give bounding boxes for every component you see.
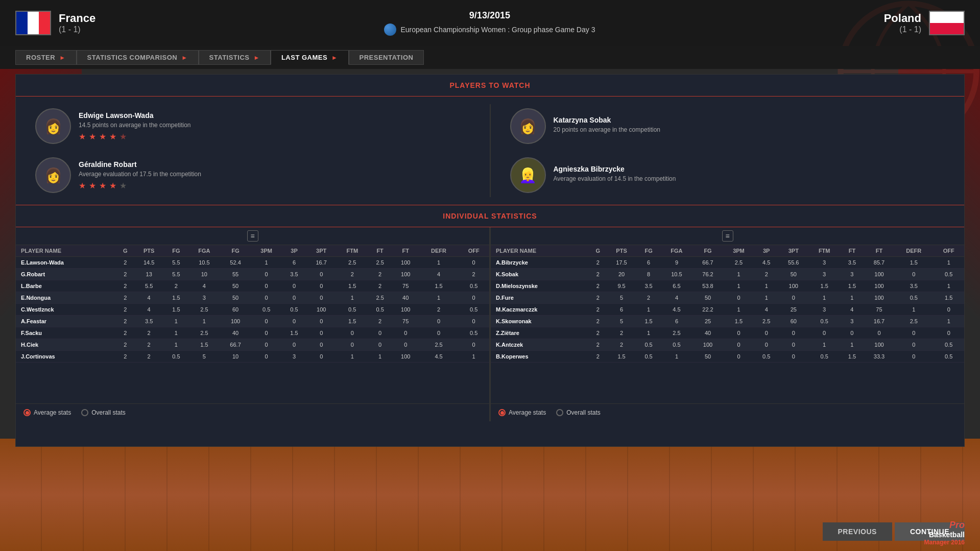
col-ft-right: FT — [840, 245, 864, 257]
globe-icon — [384, 23, 396, 36]
radio-avg-label-left: Average stats — [34, 409, 71, 416]
col-ftp-left: FT — [392, 245, 419, 257]
previous-button[interactable]: PREVIOUS — [823, 522, 892, 541]
radio-overall-label-right: Overall stats — [566, 409, 601, 416]
player-name-lawson: Edwige Lawson-Wada — [79, 111, 470, 119]
player-name-bibrzycke: Agnieszka Bibrzycke — [554, 165, 945, 173]
col-defr-left: DEFR — [419, 245, 459, 257]
table-row: A.Feastar 2 3.5 1 1 100 0 0 0 1.5 2 75 0… — [16, 316, 489, 327]
players-divider — [490, 104, 491, 197]
player-avatar-robart: 👩 — [35, 157, 71, 193]
individual-stats-header: INDIVIDUAL STATISTICS — [16, 205, 964, 227]
col-player-name-left: PLAYER NAME — [16, 245, 117, 257]
col-fga-left: FGA — [188, 245, 220, 257]
sort-icon-right[interactable] — [722, 230, 733, 242]
player-info-lawson: Edwige Lawson-Wada 14.5 points on averag… — [79, 111, 470, 141]
players-watch: 👩 Edwige Lawson-Wada 14.5 points on aver… — [16, 97, 964, 205]
tab-presentation-label: PRESENTATION — [360, 54, 414, 61]
table-row: J.Cortinovas 2 2 0.5 5 10 0 3 0 1 1 100 … — [16, 351, 489, 363]
col-player-name-right: PLAYER NAME — [491, 245, 589, 257]
col-3p-right: 3P — [754, 245, 778, 257]
team-right-name: Poland — [884, 12, 921, 25]
player-card-bibrzycke: 👱‍♀️ Agnieszka Bibrzycke Average evaluat… — [506, 153, 949, 197]
col-off-left: OFF — [458, 245, 489, 257]
table-row: B.Koperwes 2 1.5 0.5 1 50 0 0.5 0 0.5 1.… — [491, 351, 964, 363]
col-3p-left: 3P — [282, 245, 306, 257]
col-ftm-right: FTM — [808, 245, 840, 257]
tab-stats-comparison[interactable]: STATISTICS COMPARISON ► — [77, 50, 199, 65]
players-watch-header: PLAYERS TO WATCH — [16, 75, 964, 97]
player-stat-lawson: 14.5 points on average in the competitio… — [79, 122, 470, 129]
player-stat-sobak: 20 points on average in the competition — [554, 126, 945, 133]
stars-lawson: ★ ★ ★ ★ ★ — [79, 132, 470, 141]
tab-roster-label: ROSTER — [26, 54, 55, 61]
team-left-record: (1 - 1) — [59, 25, 95, 34]
table-row: K.Skowronak 2 5 1.5 6 25 1.5 2.5 60 0.5 … — [491, 316, 964, 327]
table-row: E.Lawson-Wada 2 14.5 5.5 10.5 52.4 1 6 1… — [16, 257, 489, 269]
col-g-right: G — [589, 245, 606, 257]
table-row: K.Antczek 2 2 0.5 0.5 100 0 0 0 1 1 100 … — [491, 339, 964, 351]
team-right-record: (1 - 1) — [884, 25, 921, 34]
radio-avg-label-right: Average stats — [509, 409, 546, 416]
col-3pt-right: 3PT — [778, 245, 808, 257]
sort-icon-left[interactable] — [247, 230, 258, 242]
stars-robart: ★ ★ ★ ★ ★ — [79, 181, 470, 190]
table-row: C.Westlznck 2 4 1.5 2.5 60 0.5 0.5 100 0… — [16, 304, 489, 316]
player-card-robart: 👩 Géraldine Robart Average evaluation of… — [31, 153, 474, 197]
table-row: M.Kaczmarczzk 2 6 1 4.5 22.2 1 4 25 3 4 … — [491, 304, 964, 316]
col-fgp-right: FG — [692, 245, 723, 257]
radio-avg-circle-right — [498, 409, 506, 416]
col-fg-right: FG — [637, 245, 661, 257]
col-pts-left: PTS — [134, 245, 164, 257]
player-name-robart: Géraldine Robart — [79, 160, 470, 169]
player-avatar-sobak: 👩 — [510, 108, 546, 144]
stats-table-right: PLAYER NAME G PTS FG FGA FG 3PM 3P 3PT — [491, 227, 964, 421]
tab-last-games[interactable]: LAST GAMES ► — [271, 50, 349, 65]
player-stat-robart: Average evaluation of 17.5 in the compet… — [79, 171, 470, 178]
table-wrapper-left[interactable]: PLAYER NAME G PTS FG FGA FG 3PM 3P 3PT — [16, 245, 489, 403]
table-row: D.Fure 2 5 2 4 50 0 1 0 1 1 100 0.5 1.5 — [491, 292, 964, 304]
table-wrapper-right[interactable]: PLAYER NAME G PTS FG FGA FG 3PM 3P 3PT — [491, 245, 964, 403]
col-ftp-right: FT — [864, 245, 894, 257]
main-content: PLAYERS TO WATCH 👩 Edwige Lawson-Wada 14… — [15, 74, 965, 447]
radio-avg-circle-left — [23, 409, 31, 416]
team-left-name: France — [59, 12, 95, 25]
radio-avg-right[interactable]: Average stats — [498, 409, 546, 416]
match-info: 9/13/2015 European Championship Women : … — [384, 10, 595, 36]
table-row: H.Ciek 2 2 1 1.5 66.7 0 0 0 0 0 0 2.5 0 — [16, 339, 489, 351]
tab-statistics[interactable]: STATISTICS ► — [199, 50, 271, 65]
logo: Pro Basketball Manager 2016 — [924, 520, 965, 546]
player-info-bibrzycke: Agnieszka Bibrzycke Average evaluation o… — [554, 165, 945, 185]
radio-overall-left[interactable]: Overall stats — [81, 409, 126, 416]
header: France (1 - 1) 9/13/2015 European Champi… — [0, 0, 980, 46]
tab-presentation[interactable]: PRESENTATION — [349, 50, 424, 65]
col-defr-right: DEFR — [894, 245, 933, 257]
table-row: Z.Ziëtare 2 2 1 2.5 40 0 0 0 0 0 0 0 0 — [491, 327, 964, 339]
stats-footer-right: Average stats Overall stats — [491, 403, 964, 421]
col-3pt-left: 3PT — [306, 245, 337, 257]
nav-arrow-3: ► — [253, 54, 259, 61]
table-row: D.Mieloszynske 2 9.5 3.5 6.5 53.8 1 1 10… — [491, 280, 964, 292]
radio-avg-left[interactable]: Average stats — [23, 409, 71, 416]
col-g-left: G — [117, 245, 134, 257]
stats-two-halves: PLAYER NAME G PTS FG FGA FG 3PM 3P 3PT — [16, 227, 964, 421]
col-3pm-right: 3PM — [723, 245, 755, 257]
player-stat-bibrzycke: Average evaluation of 14.5 in the compet… — [554, 175, 945, 182]
nav-tabs: ROSTER ► STATISTICS COMPARISON ► STATIST… — [0, 46, 980, 69]
match-date: 9/13/2015 — [384, 10, 595, 21]
players-watch-title: PLAYERS TO WATCH — [449, 81, 530, 89]
tab-statistics-label: STATISTICS — [209, 54, 250, 61]
tab-stats-comparison-label: STATISTICS COMPARISON — [87, 54, 178, 61]
tab-roster[interactable]: ROSTER ► — [15, 50, 77, 65]
nav-arrow-1: ► — [59, 54, 65, 61]
col-pts-right: PTS — [606, 245, 636, 257]
table-row: F.Sacku 2 2 1 2.5 40 0 1.5 0 0 0 0 0 0.5 — [16, 327, 489, 339]
nav-arrow-4: ► — [331, 54, 338, 61]
col-3pm-left: 3PM — [251, 245, 282, 257]
radio-overall-right[interactable]: Overall stats — [556, 409, 601, 416]
table-row: E.Ndongua 2 4 1.5 3 50 0 0 0 1 2.5 40 1 … — [16, 292, 489, 304]
radio-overall-label-left: Overall stats — [91, 409, 126, 416]
player-card-sobak: 👩 Katarzyna Sobak 20 points on average i… — [506, 104, 949, 148]
stats-footer-left: Average stats Overall stats — [16, 403, 489, 421]
col-fg-left: FG — [164, 245, 188, 257]
